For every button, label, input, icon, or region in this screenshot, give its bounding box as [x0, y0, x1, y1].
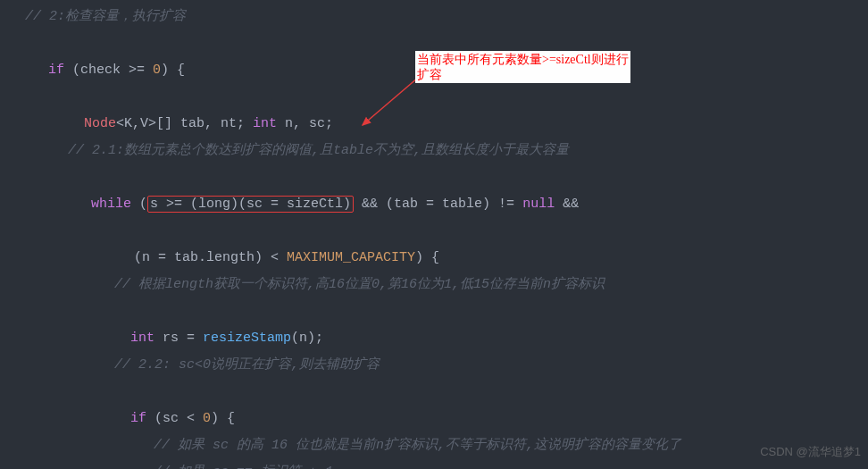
- if-keyword: if: [48, 63, 64, 78]
- comment-line: // 2.2: sc<0说明正在扩容,则去辅助扩容: [11, 352, 868, 379]
- watermark: CSDN @流华追梦1: [760, 439, 861, 465]
- code-line: if (sc < 0) {: [11, 379, 868, 432]
- comment-line: // 2.1:数组元素总个数达到扩容的阀值,且table不为空,且数组长度小于最…: [11, 138, 868, 164]
- highlighted-condition: s >= (long)(sc = sizeCtl): [147, 196, 354, 213]
- code-line: Node<K,V>[] tab, nt; int n, sc;: [11, 84, 868, 138]
- comment-line: // 2:检查容量，执行扩容: [11, 4, 868, 30]
- comment-line: // 根据length获取一个标识符,高16位置0,第16位为1,低15位存当前…: [11, 272, 868, 298]
- code-line: int rs = resizeStamp(n);: [11, 298, 868, 352]
- comment-line: // 如果 sc == 标识符 + 1: [11, 459, 868, 469]
- while-keyword: while: [91, 197, 131, 212]
- annotation-callout: 当前表中所有元素数量>=sizeCtl则进行扩容: [415, 51, 630, 83]
- if-keyword: if: [130, 411, 146, 426]
- svg-line-0: [363, 78, 418, 125]
- code-line: (n = tab.length) < MAXIMUM_CAPACITY) {: [11, 218, 868, 272]
- comment-line: // 如果 sc 的高 16 位也就是当前n扩容标识,不等于标识符,这说明扩容的…: [11, 432, 868, 459]
- code-line: while (s >= (long)(sc = sizeCtl) && (tab…: [11, 164, 868, 218]
